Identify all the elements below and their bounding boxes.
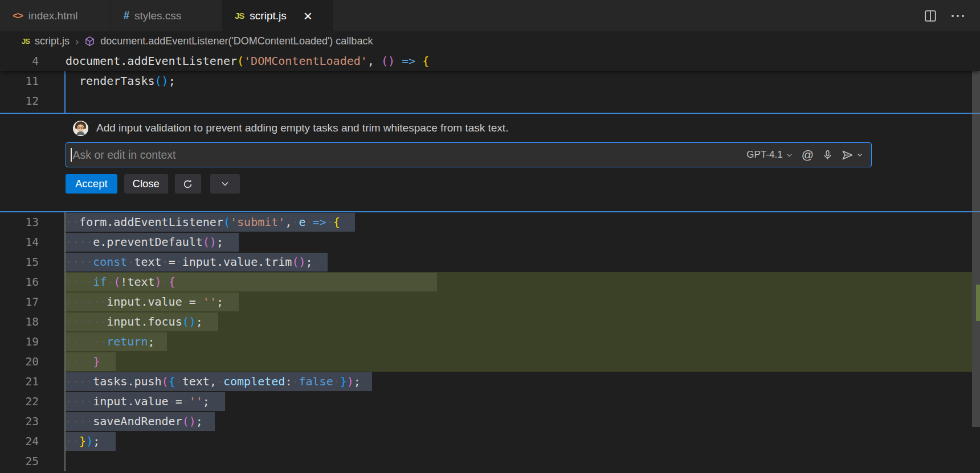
code-line-content[interactable]: ····input.value·=·''; [64,392,980,412]
code-line-13[interactable]: 13··form.addEventListener('submit',·e·=>… [0,212,980,232]
code-token: ······ [66,335,107,348]
code-token: = [175,394,182,408]
code-token: document.addEventListener [66,54,237,68]
code-line-content[interactable]: ····} [64,352,980,372]
sticky-scroll-line[interactable]: 4document.addEventListener('DOMContentLo… [0,51,980,71]
attach-context-icon[interactable]: @ [802,148,814,162]
code-token: ···· [66,414,93,428]
code-token: text, [182,375,217,388]
more-options-button[interactable] [210,174,240,194]
line-number: 19 [0,332,39,352]
code-line-content[interactable] [64,451,980,471]
code-line-content[interactable]: ··form.addEventListener('submit',·e·=>·{ [64,212,980,232]
code-token: e.preventDefault [93,235,203,249]
code-token: () [381,54,395,68]
send-options-chevron-icon[interactable] [856,151,863,158]
close-tab-icon[interactable]: × [303,9,313,23]
code-line-content[interactable]: ··}); [64,431,980,451]
code-line-16[interactable]: 16····if·(!text)·{ [0,272,980,292]
more-actions-icon[interactable] [952,15,964,17]
code-line-12[interactable]: 12 [0,91,980,111]
code-line-18[interactable]: 18······input.focus(); [0,312,980,332]
microphone-icon[interactable] [822,150,833,161]
code-token: = [169,255,175,269]
code-line-15[interactable]: 15····const·text·=·input.value.trim(); [0,252,980,272]
vertical-scrollbar[interactable] [972,63,980,427]
code-line-14[interactable]: 14····e.preventDefault(); [0,232,980,252]
code-line-21[interactable]: 21····tasks.push({·text,·completed:·fals… [0,372,980,392]
code-line-11[interactable]: 11 renderTasks(); [0,71,980,91]
code-line-content[interactable]: ····e.preventDefault(); [64,232,980,252]
chat-request-message: Add input validation to prevent adding e… [96,122,508,134]
code-line-24[interactable]: 24··}); [0,431,980,451]
code-token: · [292,215,299,229]
code-token: => [402,54,415,68]
code-token: form.addEventListener [79,215,223,229]
inline-chat-widget: Add input validation to prevent adding e… [0,113,980,212]
code-token: ; [354,375,361,388]
code-line-content[interactable]: ······return; [64,332,980,352]
accept-button[interactable]: Accept [66,174,117,194]
code-token [415,54,422,68]
code-token: input.value.trim [182,255,292,269]
code-token: ···· [66,275,93,289]
code-line-content[interactable]: ····if·(!text)·{ [64,272,980,292]
code-token: input.value [107,295,182,309]
model-label: GPT-4.1 [746,149,782,161]
split-editor-icon[interactable] [924,10,937,22]
code-token: return [107,335,148,348]
model-picker[interactable]: GPT-4.1 [746,149,793,161]
code-line-25[interactable]: 25 [0,451,980,471]
code-token: , [285,215,292,229]
code-token: ; [196,414,203,428]
tab-label: styles.css [134,10,181,22]
code-token: ·· [66,434,79,448]
code-line-content[interactable] [64,91,980,111]
code-token: = [189,295,196,309]
tab-script.js[interactable]: JSscript.js× [222,0,333,31]
code-line-20[interactable]: 20····} [0,352,980,372]
code-line-content[interactable]: ····tasks.push({·text,·completed:·false·… [64,372,980,392]
tab-index.html[interactable]: <>index.html [0,0,111,31]
code-token: ······ [66,295,107,309]
code-token: ; [217,295,223,309]
code-line-content[interactable]: renderTasks(); [64,71,980,91]
code-token: ; [217,235,223,249]
close-button[interactable]: Close [124,174,168,194]
symbol-icon [84,36,95,47]
code-line-17[interactable]: 17······input.value·=·''; [0,292,980,312]
send-icon[interactable] [842,149,854,161]
code-line-19[interactable]: 19······return; [0,332,980,352]
code-token: ···· [66,235,93,249]
tab-styles.css[interactable]: #styles.css [111,0,222,31]
code-line-22[interactable]: 22····input.value·=·''; [0,392,980,412]
code-token: · [175,255,182,269]
line-number: 24 [0,431,39,451]
text-cursor [71,148,72,162]
code-line-23[interactable]: 23····saveAndRender(); [0,412,980,431]
code-token: ···· [66,394,93,408]
code-line-content[interactable]: ····const·text·=·input.value.trim(); [64,252,980,272]
html-file-icon: <> [13,10,23,22]
code-token: ) [86,434,93,448]
breadcrumb-symbol[interactable]: document.addEventListener('DOMContentLoa… [100,35,373,47]
code-token: · [333,375,340,388]
code-token: ···· [66,355,93,368]
breadcrumb-file[interactable]: script.js [35,35,70,47]
code-token: ) [155,275,162,289]
breadcrumb-separator: › [75,35,79,48]
code-line-content[interactable]: ····saveAndRender(); [64,412,980,431]
code-token: '' [189,394,203,408]
code-token: saveAndRender [93,414,182,428]
code-line-4[interactable]: 4document.addEventListener('DOMContentLo… [0,51,980,71]
code-token: } [79,434,86,448]
chat-input[interactable]: Ask or edit in context GPT-4.1 @ [66,142,872,167]
rerun-request-button[interactable] [175,174,201,194]
css-file-icon: # [124,10,129,22]
code-line-content[interactable]: ······input.value·=·''; [64,292,980,312]
code-line-content[interactable]: document.addEventListener('DOMContentLoa… [64,51,980,71]
code-line-content[interactable]: ······input.focus(); [64,312,980,332]
code-token: · [196,295,203,309]
code-token: : [285,375,292,388]
code-token: { [169,275,175,289]
